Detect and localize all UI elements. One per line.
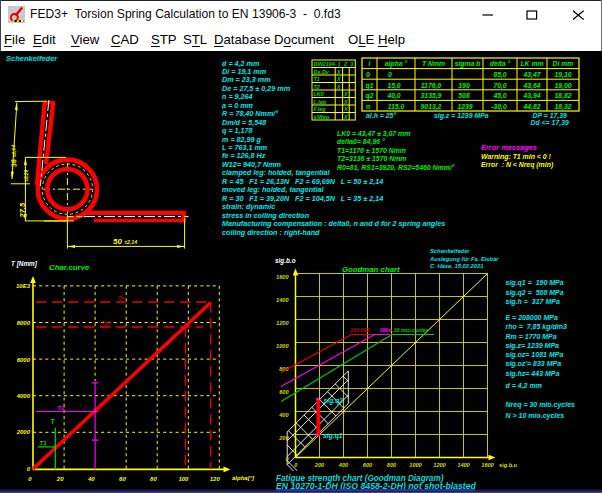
svg-text:19,10: 19,10 [554,71,571,79]
svg-text:9013,2: 9013,2 [421,103,442,111]
svg-text:508: 508 [458,92,470,99]
svg-text:6000: 6000 [17,357,31,363]
svg-text:27,5: 27,5 [18,202,27,218]
svg-text:0: 0 [285,456,289,462]
svg-text:DIN2194-123: DIN2194-123 [314,61,354,67]
svg-text:Dd <= 17,39: Dd <= 17,39 [531,119,569,127]
svg-text:X: X [343,106,348,112]
svg-text:0: 0 [28,476,32,482]
svg-text:120: 120 [210,476,221,482]
svg-text:1Mio.: 1Mio. [380,327,394,333]
svg-text:sig.q1 = 190 MPa: sig.q1 = 190 MPa [506,279,564,287]
svg-text:X: X [343,99,348,105]
svg-text:18,32: 18,32 [554,103,571,111]
svg-text:115,0: 115,0 [388,103,405,111]
svg-text:-30,0: -30,0 [491,103,507,111]
svg-text:T2: T2 [58,405,66,411]
svg-text:1600: 1600 [481,462,494,468]
svg-text:s/Weg: s/Weg [314,114,330,120]
svg-text:d = 4,2 mm: d = 4,2 mm [506,382,542,390]
svg-text:T2=3136 ± 1570 Nmm: T2=3136 ± 1570 Nmm [337,155,406,162]
svg-text:1239: 1239 [457,103,472,110]
svg-text:T1=1176 ± 1570 Nmm: T1=1176 ± 1570 Nmm [337,147,406,154]
svg-text:F.leg: F.leg [314,106,327,112]
svg-text:Char.curve: Char.curve [49,263,90,272]
svg-text:43,94: 43,94 [522,92,540,100]
svg-text:85,0: 85,0 [493,71,506,79]
svg-text:0: 0 [27,466,31,472]
svg-text:100: 100 [178,476,189,482]
svg-text:Error messages: Error messages [481,143,537,152]
svg-text:15,0: 15,0 [387,82,400,90]
svg-text:T Nmm: T Nmm [422,60,445,67]
svg-text:40: 40 [87,476,95,482]
svg-text:R0=81, RS1=3920, RS2=5460 Nmm/: R0=81, RS1=3920, RS2=5460 Nmm/° [337,164,455,172]
svg-text:18,82: 18,82 [554,92,571,100]
svg-text:1400: 1400 [276,297,289,303]
svg-text:0: 0 [366,71,370,78]
svg-text:delta °: delta ° [490,60,511,67]
svg-text:50 ±2,14: 50 ±2,14 [113,237,137,246]
svg-text:T2: T2 [314,84,320,90]
svg-text:1000: 1000 [276,343,289,349]
svg-text:alpha[°]: alpha[°] [232,475,255,481]
svg-text:X: X [343,91,348,97]
svg-text:T1: T1 [314,76,320,82]
svg-text:±0,29: ±0,29 [24,170,29,182]
svg-text:36 ±2,14: 36 ±2,14 [9,145,18,168]
svg-text:3135,9: 3135,9 [421,92,442,100]
svg-text:1000: 1000 [409,462,422,468]
svg-text:Goodman chart: Goodman chart [342,265,400,274]
svg-text:delta0= 84,96 °: delta0= 84,96 ° [337,138,385,146]
svg-text:q2: q2 [366,92,374,100]
svg-text:sig.q1: sig.q1 [323,432,343,440]
svg-text:10E3: 10E3 [16,283,31,289]
svg-text:200: 200 [314,462,325,468]
svg-text:sig.b.o: sig.b.o [275,257,296,265]
svg-text:X: X [343,114,348,120]
svg-text:Nreq = 30 mio.cycles: Nreq = 30 mio.cycles [506,401,576,409]
svg-text:4000: 4000 [16,393,31,399]
svg-text:sig.q2: sig.q2 [324,397,344,405]
svg-text:sig.b.u: sig.b.u [499,462,518,468]
svg-text:sig.z= 1239 MPa: sig.z= 1239 MPa [506,342,560,350]
svg-text:Auslegung für Fa. Eisbär: Auslegung für Fa. Eisbär [429,256,499,262]
svg-text:sig.h = 317 MPa: sig.h = 317 MPa [506,298,560,306]
svg-text:Tn: Tn [118,295,125,301]
svg-text:80: 80 [150,476,157,482]
svg-text:sig.oz'= 833 MPa: sig.oz'= 833 MPa [506,360,562,368]
svg-text:1176,0: 1176,0 [421,82,442,90]
svg-text:Schenkelfeder: Schenkelfeder [6,54,58,63]
svg-text:19,00: 19,00 [554,82,571,90]
svg-text:X: X [336,76,341,82]
svg-text:400: 400 [278,412,289,418]
svg-text:1200: 1200 [433,462,446,468]
svg-text:Error : N < Nreq (min): Error : N < Nreq (min) [481,161,554,169]
svg-text:600: 600 [279,389,289,395]
svg-text:Schenkelfeder: Schenkelfeder [430,248,470,254]
svg-text:X: X [336,69,341,75]
svg-text:1400: 1400 [457,462,470,468]
svg-text:sig.q2 = 508 MPa: sig.q2 = 508 MPa [506,289,564,297]
svg-text:E = 208000 MPa: E = 208000 MPa [506,314,558,321]
svg-text:60: 60 [119,476,126,482]
svg-text:Rm = 1770 MPa: Rm = 1770 MPa [506,333,557,340]
svg-text:coiling direction : right-hand: coiling direction : right-hand [222,228,320,237]
svg-text:400: 400 [338,462,349,468]
svg-text:44,82: 44,82 [522,103,540,111]
svg-text:10 mio.cycles: 10 mio.cycles [394,327,429,333]
svg-text:1600: 1600 [276,274,289,280]
svg-text:1200: 1200 [276,320,289,326]
svg-text:rho = 7,85 kg/dm3: rho = 7,85 kg/dm3 [506,323,567,331]
svg-text:sigma b: sigma b [455,60,481,68]
svg-text:70,0: 70,0 [493,82,506,90]
svg-text:0: 0 [294,462,298,468]
svg-text:Warning: T1 min < 0 !: Warning: T1 min < 0 ! [481,153,551,161]
svg-text:LK mm: LK mm [520,60,543,67]
svg-text:q1: q1 [366,82,374,90]
svg-text:Di mm: Di mm [553,60,574,67]
svg-text:alpha °: alpha ° [385,60,408,68]
svg-text:190: 190 [458,82,470,89]
svg-text:43,64: 43,64 [522,82,540,90]
svg-text:sig.oz= 1081 MPa: sig.oz= 1081 MPa [506,351,564,359]
